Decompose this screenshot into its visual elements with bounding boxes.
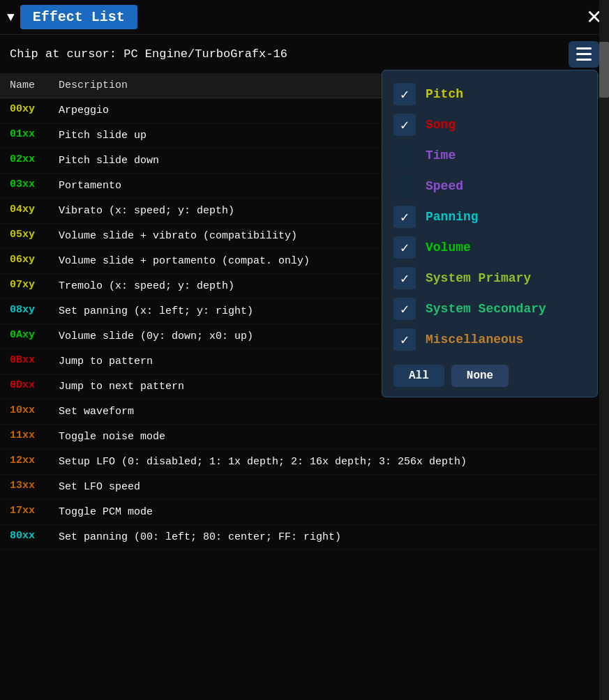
checkbox[interactable] (393, 206, 416, 228)
effect-code: 00xy (10, 103, 59, 115)
effect-description: Pitch slide down (59, 153, 159, 168)
effect-code: 02xx (10, 153, 59, 165)
filter-item-system-primary[interactable]: System Primary (382, 263, 597, 294)
checkbox[interactable] (393, 144, 416, 167)
effect-description: Toggle PCM mode (59, 505, 153, 519)
filter-item-song[interactable]: Song (382, 109, 597, 140)
effect-description: Toggle noise mode (59, 429, 165, 444)
filter-label: System Primary (426, 271, 531, 285)
effect-code: 08xy (10, 304, 59, 316)
table-row: 80xx Set panning (00: left; 80: center; … (0, 525, 609, 550)
effect-description: Tremolo (x: speed; y: depth) (59, 279, 234, 294)
filter-dropdown: Pitch Song Time Speed Panning Volume Sys… (382, 70, 598, 397)
scrollbar[interactable] (599, 0, 609, 700)
hamburger-line (576, 59, 592, 61)
table-row: 13xx Set LFO speed (0, 475, 609, 500)
effect-code: 0Bxx (10, 354, 59, 366)
effect-code: 17xx (10, 505, 59, 517)
column-name-header: Name (10, 79, 59, 91)
effect-description: Volume slide (0y: down; x0: up) (59, 329, 253, 344)
effect-description: Set waveform (59, 404, 134, 419)
effect-description: Set panning (x: left; y: right) (59, 304, 253, 319)
effect-code: 80xx (10, 530, 59, 542)
effect-description: Arpeggio (59, 103, 109, 118)
checkbox[interactable] (393, 267, 416, 289)
hamburger-line (576, 47, 592, 50)
effect-description: Volume slide + portamento (compat. only) (59, 254, 310, 268)
filter-label: Song (426, 118, 456, 132)
filter-item-miscellaneous[interactable]: Miscellaneous (382, 324, 597, 355)
hamburger-line (576, 53, 592, 55)
effect-code: 03xx (10, 178, 59, 190)
effect-code: 12xx (10, 455, 59, 466)
title-bar: ▼ Effect List ✕ (0, 0, 609, 35)
effect-code: 11xx (10, 429, 59, 441)
effect-description: Jump to next pattern (59, 379, 184, 394)
effect-description: Set LFO speed (59, 480, 140, 494)
all-button[interactable]: All (393, 365, 444, 387)
title-label: Effect List (20, 5, 137, 29)
filter-label: Time (426, 149, 456, 162)
table-row: 12xx Setup LFO (0: disabled; 1: 1x depth… (0, 450, 609, 475)
filter-item-volume[interactable]: Volume (382, 232, 597, 263)
table-row: 17xx Toggle PCM mode (0, 500, 609, 525)
effect-code: 07xy (10, 279, 59, 291)
filter-label: System Secondary (426, 302, 546, 316)
effect-description: Volume slide + vibrato (compatibility) (59, 229, 297, 243)
effect-description: Set panning (00: left; 80: center; FF: r… (59, 530, 341, 545)
column-desc-header: Description (59, 79, 128, 91)
effect-code: 10xx (10, 404, 59, 416)
effect-code: 04xy (10, 204, 59, 215)
effect-description: Vibrato (x: speed; y: depth) (59, 204, 234, 218)
filter-item-panning[interactable]: Panning (382, 201, 597, 232)
effect-code: 01xx (10, 128, 59, 140)
checkbox[interactable] (393, 236, 416, 259)
filter-item-system-secondary[interactable]: System Secondary (382, 294, 597, 324)
checkbox[interactable] (393, 114, 416, 136)
effect-description: Pitch slide up (59, 128, 146, 143)
checkbox[interactable] (393, 83, 416, 105)
table-row: 10xx Set waveform (0, 400, 609, 425)
none-button[interactable]: None (451, 365, 509, 387)
effect-description: Jump to pattern (59, 354, 153, 369)
checkbox[interactable] (393, 328, 416, 351)
filter-item-time[interactable]: Time (382, 140, 597, 171)
effect-description: Portamento (59, 178, 121, 193)
collapse-icon[interactable]: ▼ (7, 10, 15, 24)
table-row: 11xx Toggle noise mode (0, 425, 609, 450)
filter-label: Panning (426, 210, 479, 224)
effect-code: 05xy (10, 229, 59, 241)
effect-code: 06xy (10, 254, 59, 266)
checkbox[interactable] (393, 175, 416, 197)
chip-text: Chip at cursor: PC Engine/TurboGrafx-16 (10, 47, 569, 61)
filter-item-pitch[interactable]: Pitch (382, 79, 597, 109)
filter-label: Volume (426, 241, 471, 254)
filter-label: Speed (426, 179, 463, 193)
effect-code: 0Dxx (10, 379, 59, 391)
filter-label: Miscellaneous (426, 333, 523, 347)
filter-button-row: All None (382, 358, 597, 390)
effect-code: 13xx (10, 480, 59, 492)
checkbox[interactable] (393, 298, 416, 320)
effect-code: 0Axy (10, 329, 59, 341)
filter-label: Pitch (426, 87, 463, 101)
scrollbar-thumb[interactable] (599, 42, 609, 98)
effect-description: Setup LFO (0: disabled; 1: 1x depth; 2: … (59, 455, 467, 469)
filter-item-speed[interactable]: Speed (382, 171, 597, 201)
chip-row: Chip at cursor: PC Engine/TurboGrafx-16 (0, 35, 609, 73)
filter-menu-button[interactable] (569, 41, 599, 68)
